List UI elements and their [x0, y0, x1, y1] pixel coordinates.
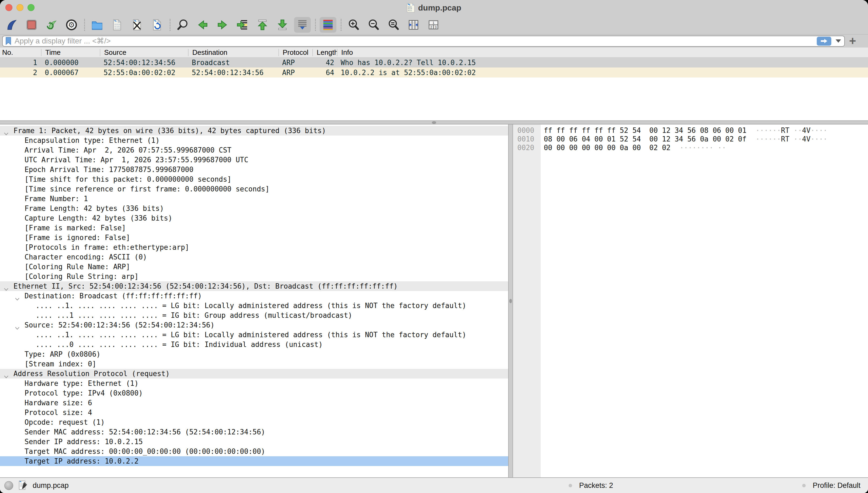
detail-text: Frame Number: 1	[25, 194, 88, 203]
detail-row[interactable]: Protocol type: IPv4 (0x0800)	[0, 388, 508, 398]
horizontal-splitter[interactable]	[0, 121, 868, 125]
restart-capture-button[interactable]	[43, 17, 60, 33]
detail-row[interactable]: Opcode: request (1)	[0, 417, 508, 427]
zoom-in-button[interactable]	[345, 17, 362, 33]
detail-row[interactable]: [Stream index: 0]	[0, 359, 508, 369]
detail-row[interactable]: Epoch Arrival Time: 1775087875.999687000	[0, 165, 508, 174]
detail-row[interactable]: Target MAC address: 00:00:00_00:00:00 (0…	[0, 447, 508, 456]
display-filter-input[interactable]	[15, 37, 817, 45]
detail-row[interactable]: Hardware type: Ethernet (1)	[0, 379, 508, 388]
zoom-window-button[interactable]	[27, 4, 35, 11]
layout-button[interactable]: 123	[425, 17, 442, 33]
detail-row[interactable]: .... ..1. .... .... .... .... = LG bit: …	[0, 330, 508, 340]
hex-line[interactable]: 001008 00 06 04 00 01 52 54 00 12 34 56 …	[513, 135, 868, 143]
resize-columns-button[interactable]	[405, 17, 422, 33]
column-header-time[interactable]: Time	[41, 49, 100, 56]
minimize-window-button[interactable]	[17, 4, 23, 11]
detail-row[interactable]: Hardware size: 6	[0, 398, 508, 408]
detail-row[interactable]: [Coloring Rule String: arp]	[0, 272, 508, 281]
zoom-reset-button[interactable]	[385, 17, 402, 33]
detail-row[interactable]: Capture Length: 42 bytes (336 bits)	[0, 213, 508, 223]
detail-row[interactable]: [Time shift for this packet: 0.000000000…	[0, 174, 508, 184]
go-first-packet-button[interactable]	[254, 17, 271, 33]
detail-row[interactable]: Character encoding: ASCII (0)	[0, 252, 508, 262]
detail-row[interactable]: Frame 1: Packet, 42 bytes on wire (336 b…	[0, 126, 508, 135]
vertical-splitter[interactable]	[508, 125, 513, 477]
packet-cell-dst: Broadcast	[188, 59, 278, 67]
detail-row[interactable]: Sender MAC address: 52:54:00:12:34:56 (5…	[0, 427, 508, 437]
add-filter-button[interactable]: +	[849, 36, 856, 46]
detail-row[interactable]: Protocol size: 4	[0, 408, 508, 417]
splitter-handle[interactable]	[432, 121, 436, 124]
detail-text: Opcode: request (1)	[25, 417, 105, 427]
start-capture-button[interactable]	[3, 17, 20, 33]
save-file-button[interactable]: 010100110101110	[109, 17, 125, 33]
detail-row[interactable]: .... ...1 .... .... .... .... = IG bit: …	[0, 310, 508, 320]
go-back-button[interactable]	[194, 17, 211, 33]
expert-info-button[interactable]	[4, 481, 13, 490]
expand-chevron-icon[interactable]	[3, 129, 9, 135]
column-header-info[interactable]: Info	[337, 49, 868, 56]
column-header-destination[interactable]: Destination	[188, 49, 278, 56]
packet-row-2[interactable]: 20.00006752:55:0a:00:02:0252:54:00:12:34…	[0, 67, 868, 78]
filter-bookmark-icon[interactable]	[5, 37, 12, 45]
detail-row[interactable]: Destination: Broadcast (ff:ff:ff:ff:ff:f…	[0, 291, 508, 301]
capture-options-button[interactable]: ⚙	[63, 17, 80, 33]
capture-comment-icon[interactable]	[19, 480, 27, 491]
detail-row[interactable]: [Frame is marked: False]	[0, 223, 508, 233]
detail-row[interactable]: [Protocols in frame: eth:ethertype:arp]	[0, 242, 508, 252]
expand-chevron-icon[interactable]	[3, 284, 9, 291]
detail-row[interactable]: [Coloring Rule Name: ARP]	[0, 262, 508, 272]
profile-label[interactable]: Profile: Default	[813, 481, 861, 490]
detail-row[interactable]: Source: 52:54:00:12:34:56 (52:54:00:12:3…	[0, 320, 508, 330]
detail-row[interactable]: Encapsulation type: Ethernet (1)	[0, 135, 508, 145]
filter-dropdown-caret[interactable]	[836, 39, 841, 43]
detail-row[interactable]: Ethernet II, Src: 52:54:00:12:34:56 (52:…	[0, 281, 508, 291]
window-title-group: 0101 0110 0111 dump.pcap	[407, 3, 461, 13]
reload-file-button[interactable]	[149, 17, 165, 33]
display-filter-field[interactable]	[2, 36, 845, 47]
detail-row[interactable]: Type: ARP (0x0806)	[0, 349, 508, 359]
close-window-button[interactable]	[5, 4, 13, 11]
column-header-protocol[interactable]: Protocol	[278, 49, 312, 56]
find-packet-button[interactable]	[174, 17, 191, 33]
detail-row[interactable]: Address Resolution Protocol (request)	[0, 369, 508, 379]
detail-row[interactable]: Frame Length: 42 bytes (336 bits)	[0, 203, 508, 213]
svg-text:0111: 0111	[408, 9, 412, 11]
column-header-no[interactable]: No.	[0, 49, 41, 56]
main-toolbar: ⚙010100110101110123	[0, 15, 868, 34]
go-last-packet-button[interactable]	[274, 17, 291, 33]
detail-row[interactable]: [Frame is ignored: False]	[0, 233, 508, 242]
open-file-button[interactable]	[89, 17, 106, 33]
expand-chevron-icon[interactable]	[14, 294, 20, 301]
capture-options-icon: ⚙	[65, 19, 78, 31]
detail-row[interactable]: Target IP address: 10.0.2.2	[0, 456, 508, 466]
detail-row[interactable]: [Time since reference or first frame: 0.…	[0, 184, 508, 194]
auto-scroll-button[interactable]	[294, 17, 311, 33]
column-header-length[interactable]: Length	[312, 49, 337, 56]
zoom-out-button[interactable]	[365, 17, 382, 33]
hex-line[interactable]: 002000 00 00 00 00 00 0a 00 02 02·······…	[513, 143, 868, 152]
packet-cell-time: 0.000000	[41, 59, 100, 67]
detail-row[interactable]: .... ..1. .... .... .... .... = LG bit: …	[0, 301, 508, 310]
expand-chevron-icon[interactable]	[3, 372, 9, 379]
close-file-button[interactable]	[129, 17, 145, 33]
detail-row[interactable]: .... ...0 .... .... .... .... = IG bit: …	[0, 340, 508, 349]
apply-filter-button[interactable]	[817, 37, 831, 46]
detail-row[interactable]: Arrival Time: Apr 2, 2026 07:57:55.99968…	[0, 145, 508, 155]
go-to-packet-button[interactable]	[234, 17, 251, 33]
column-header-source[interactable]: Source	[100, 49, 188, 56]
detail-text: Frame Length: 42 bytes (336 bits)	[25, 203, 164, 213]
detail-row[interactable]: UTC Arrival Time: Apr 1, 2026 23:57:55.9…	[0, 155, 508, 165]
expand-chevron-icon[interactable]	[14, 323, 20, 330]
splitter-handle[interactable]	[509, 299, 512, 303]
svg-text:⚙: ⚙	[68, 20, 75, 29]
detail-row[interactable]: Frame Number: 1	[0, 194, 508, 203]
hex-line[interactable]: 0000ff ff ff ff ff ff 52 54 00 12 34 56 …	[513, 126, 868, 135]
packet-row-1[interactable]: 10.00000052:54:00:12:34:56BroadcastARP42…	[0, 58, 868, 67]
colorize-button[interactable]	[320, 17, 336, 33]
stop-capture-button[interactable]	[23, 17, 40, 33]
detail-row[interactable]: Sender IP address: 10.0.2.15	[0, 437, 508, 447]
toolbar-separator	[170, 19, 170, 31]
go-forward-button[interactable]	[214, 17, 231, 33]
